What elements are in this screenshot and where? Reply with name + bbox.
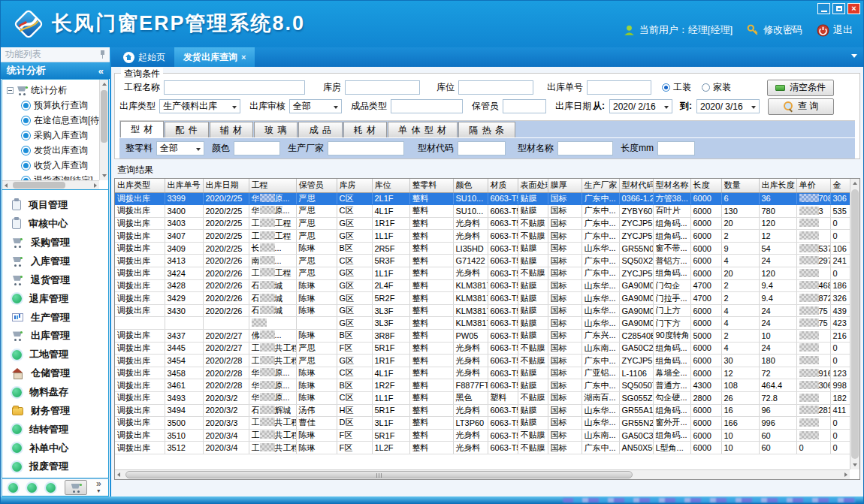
tab-overflow-icon[interactable] — [851, 54, 857, 58]
column-header[interactable]: 生产厂家 — [582, 179, 619, 192]
tree-item[interactable]: 采购入库查询 — [7, 128, 107, 143]
column-header[interactable]: 保管员 — [296, 179, 337, 192]
radio-work-clothing[interactable]: 工装 — [662, 81, 691, 94]
table-row[interactable]: 调拨出库35002020/3/3工共工程曹佳D区3L1F整料LT3P606063… — [115, 417, 853, 430]
quick-cart-button[interactable] — [65, 480, 87, 495]
column-header[interactable]: 出库类型 — [115, 179, 165, 192]
clear-conditions-button[interactable]: 清空条件 — [767, 80, 834, 96]
stats-section-header[interactable]: 统计分析 « — [1, 62, 110, 79]
close-button[interactable]: × — [847, 3, 860, 14]
table-row[interactable]: 调拨出库34072020/2/25工工程严思G区1L1F整料光身料6063-T5… — [115, 230, 853, 243]
date-to-picker[interactable]: 2020/ 3/16 — [696, 99, 760, 113]
sidebar-menu-item[interactable]: 财务管理 — [2, 401, 108, 420]
scroll-right-icon[interactable] — [94, 183, 97, 188]
tab-home[interactable]: 起始页 — [114, 47, 174, 67]
column-header[interactable]: 膜厚 — [548, 179, 582, 192]
column-header[interactable]: 工程 — [249, 179, 296, 192]
column-header[interactable]: 颜色 — [453, 179, 488, 192]
tree-item[interactable]: 收货入库查询 — [7, 158, 107, 173]
table-row[interactable]: 调拨出库35102020/3/4工共工程陈琳F区5R1F整料光身料6063-T5… — [115, 429, 853, 442]
sidebar-menu-item[interactable]: 报废管理 — [2, 457, 108, 476]
tab-shipment-outbound-query[interactable]: 发货出库查询 × — [174, 47, 255, 67]
tree-expander-icon[interactable] — [7, 87, 14, 94]
minimize-button[interactable] — [817, 3, 830, 14]
table-row[interactable]: 调拨出库34132020/2/26南...严思C区5R3F整料G71422606… — [115, 255, 853, 267]
table-row[interactable]: 调拨出库34292020/2/26石城陈琳G区5R2F整料KLM38176063… — [115, 292, 853, 305]
sidebar-menu-item[interactable]: 物料盘存 — [2, 383, 108, 402]
profile-name-input[interactable] — [557, 141, 613, 155]
table-row[interactable]: 调拨出库34542020/2/28工共工程严思G区1R1F整料光身料6063-T… — [115, 355, 853, 367]
table-row[interactable]: 调拨出库34452020/2/27工共工程严思F区5R1F整料光身料6063-T… — [115, 342, 853, 355]
scroll-thumb[interactable] — [125, 471, 633, 478]
color-input[interactable] — [234, 141, 280, 155]
tree-item[interactable]: 发货出库查询 — [7, 143, 107, 158]
quick-circle-button-3[interactable] — [46, 483, 56, 493]
column-header[interactable]: 数量 — [721, 179, 759, 192]
column-header[interactable]: 型材名称 — [653, 179, 690, 192]
product-type-input[interactable] — [391, 99, 463, 113]
maximize-button[interactable] — [832, 3, 845, 14]
material-tab[interactable]: 型 材 — [120, 121, 164, 137]
table-row[interactable]: 调拨出库33992020/2/25华原...严思C区2L1F整料SU10...6… — [115, 192, 853, 205]
scroll-thumb[interactable] — [101, 90, 107, 143]
date-from-picker[interactable]: 2020/ 2/16 — [609, 99, 672, 113]
sidebar-overflow-button[interactable]: »▾ — [96, 481, 101, 494]
quick-circle-button-2[interactable] — [27, 483, 37, 493]
collapse-icon[interactable]: « — [98, 65, 104, 77]
warehouse-input[interactable] — [345, 80, 420, 95]
column-header[interactable]: 型材代码 — [619, 179, 653, 192]
table-row[interactable]: 调拨出库34372020/2/27佛...陈琳B区3R8F整料PW056063-… — [115, 330, 853, 343]
table-row[interactable]: 调拨出库34582020/2/28华原...陈琳C区4L1F整料光身料6063-… — [115, 367, 853, 379]
pin-icon[interactable] — [100, 50, 105, 59]
table-row[interactable]: 调拨出库34002020/2/25华原...严思C区4L1F整料SU10...6… — [115, 205, 853, 218]
column-header[interactable]: 长度 — [690, 179, 721, 192]
table-row[interactable]: 调拨出库34092020/2/25长...陈琳B区2R5F整料LI35HD606… — [115, 242, 853, 255]
sidebar-menu-item[interactable]: 仓储管理 — [2, 364, 108, 383]
change-password-button[interactable]: 修改密码 — [747, 23, 802, 37]
manufacturer-input[interactable] — [328, 141, 404, 155]
material-tab[interactable]: 玻 璃 — [254, 122, 298, 137]
column-header[interactable]: 材质 — [488, 179, 518, 192]
tree-root-stats[interactable]: 统计分析 — [7, 83, 107, 98]
column-header[interactable]: 表面处理 — [518, 179, 548, 192]
table-vertical-scrollbar[interactable] — [850, 179, 859, 469]
out-type-dropdown[interactable]: 生产领料出库 — [159, 99, 240, 113]
table-row[interactable]: 调拨出库34282020/2/26石城陈琳G区2L4F整料KLM38176063… — [115, 279, 853, 292]
tree-item[interactable]: 在途信息查询[待 — [7, 113, 107, 128]
sidebar-menu-item[interactable]: 退货管理 — [2, 270, 108, 289]
scroll-down-icon[interactable] — [853, 463, 857, 466]
scroll-up-icon[interactable] — [853, 182, 857, 185]
table-row[interactable]: 调拨出库34242020/2/26工工程严思G区1L1F整料光身料6063-T5… — [115, 267, 853, 280]
column-header[interactable]: 出库日期 — [203, 179, 249, 192]
quick-circle-button-1[interactable] — [8, 483, 18, 493]
scroll-thumb[interactable] — [13, 182, 65, 189]
material-tab[interactable]: 成 品 — [298, 122, 342, 137]
sidebar-menu-item[interactable]: 出库管理 — [2, 327, 108, 346]
table-row[interactable]: 调拨出库34032020/2/25工工程严思G区1R1F整料光身料6063-T5… — [115, 217, 853, 230]
sidebar-menu-item[interactable]: 结转管理 — [2, 420, 108, 439]
material-tab[interactable]: 耗 材 — [343, 122, 387, 137]
whole-piece-dropdown[interactable]: 全部 — [156, 141, 204, 155]
column-header[interactable]: 库房 — [337, 179, 372, 192]
sidebar-menu-item[interactable]: 审核中心 — [2, 215, 108, 234]
sidebar-menu-item[interactable]: 生产管理 — [2, 308, 108, 327]
column-header[interactable]: 库位 — [372, 179, 409, 192]
profile-code-input[interactable] — [458, 141, 506, 155]
table-row[interactable]: 调拨出库35122020/3/4工共工程陈琳F区1L2F整料光身料6063-T5… — [115, 442, 853, 454]
material-tab[interactable]: 辅 材 — [210, 122, 253, 137]
sidebar-menu-item[interactable]: 项目管理 — [2, 196, 108, 215]
tree-item[interactable]: 预算执行查询 — [7, 98, 107, 113]
keeper-input[interactable] — [503, 99, 546, 113]
scroll-left-icon[interactable] — [5, 183, 8, 188]
logout-button[interactable]: 退出 — [817, 23, 853, 37]
column-header[interactable]: 整零料 — [409, 179, 453, 192]
material-tab[interactable]: 配 件 — [165, 122, 208, 137]
material-tab[interactable]: 单 体 型 材 — [388, 122, 458, 137]
sidebar-menu-item[interactable]: 采购管理 — [2, 234, 108, 252]
sidebar-menu-item[interactable]: 入库管理 — [2, 252, 108, 271]
project-name-input[interactable] — [164, 80, 305, 95]
column-header[interactable]: 单价 — [796, 179, 830, 192]
audit-dropdown[interactable]: 全部 — [289, 99, 342, 113]
sidebar-menu-item[interactable]: 工地管理 — [2, 346, 108, 364]
scroll-thumb[interactable] — [851, 189, 859, 459]
